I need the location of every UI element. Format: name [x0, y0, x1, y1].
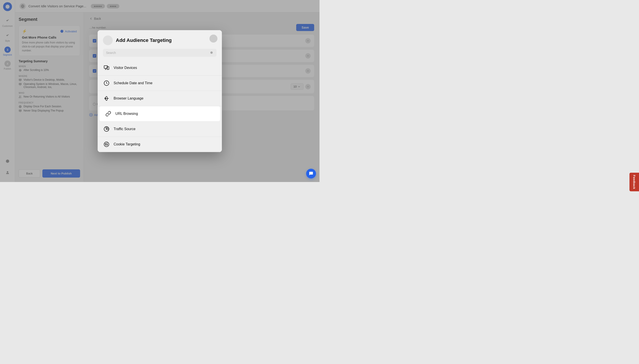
svg-line-36 [213, 38, 214, 39]
modal-overlay[interactable]: Add Audience Targeting Visitor Devices [0, 0, 320, 182]
cookie-icon [103, 141, 110, 148]
modal-item-cookie-targeting[interactable]: Cookie Targeting [98, 137, 222, 152]
svg-point-46 [106, 128, 107, 129]
modal-search-container [103, 49, 217, 57]
search-icon [210, 51, 213, 54]
schedule-label: Schedule Date and Time [114, 81, 152, 85]
svg-point-47 [104, 142, 109, 147]
svg-line-38 [212, 54, 213, 54]
modal-item-browser-language[interactable]: Browser Language [98, 91, 222, 106]
modal-header: Add Audience Targeting [98, 30, 222, 49]
cookie-targeting-label: Cookie Targeting [114, 142, 140, 146]
svg-line-35 [213, 38, 214, 39]
modal-item-schedule[interactable]: Schedule Date and Time [98, 76, 222, 91]
modal-item-url-browsing[interactable]: URL Browsing [99, 106, 220, 122]
clock-icon [103, 80, 110, 87]
svg-point-37 [210, 52, 213, 54]
svg-point-50 [107, 144, 108, 145]
chat-button[interactable] [306, 169, 316, 178]
translate-icon [103, 95, 110, 102]
svg-point-48 [105, 144, 106, 144]
svg-point-49 [107, 143, 107, 144]
signal-icon [103, 126, 110, 132]
browser-language-label: Browser Language [114, 96, 143, 100]
modal-title: Add Audience Targeting [116, 38, 172, 43]
visitor-devices-label: Visitor Devices [114, 66, 137, 70]
devices-icon [103, 64, 110, 72]
traffic-source-label: Traffic Source [114, 127, 136, 131]
modal-plus-icon [103, 36, 113, 45]
modal-item-visitor-devices[interactable]: Visitor Devices [98, 60, 222, 76]
modal-search-input[interactable] [106, 51, 208, 54]
link-icon [105, 110, 112, 117]
svg-point-51 [106, 145, 106, 145]
modal-list: Visitor Devices Schedule Date and Time B… [98, 60, 222, 152]
add-audience-modal: Add Audience Targeting Visitor Devices [98, 30, 222, 152]
modal-close-button[interactable] [209, 34, 217, 42]
url-browsing-label: URL Browsing [115, 112, 138, 116]
modal-item-traffic-source[interactable]: Traffic Source [98, 122, 222, 137]
